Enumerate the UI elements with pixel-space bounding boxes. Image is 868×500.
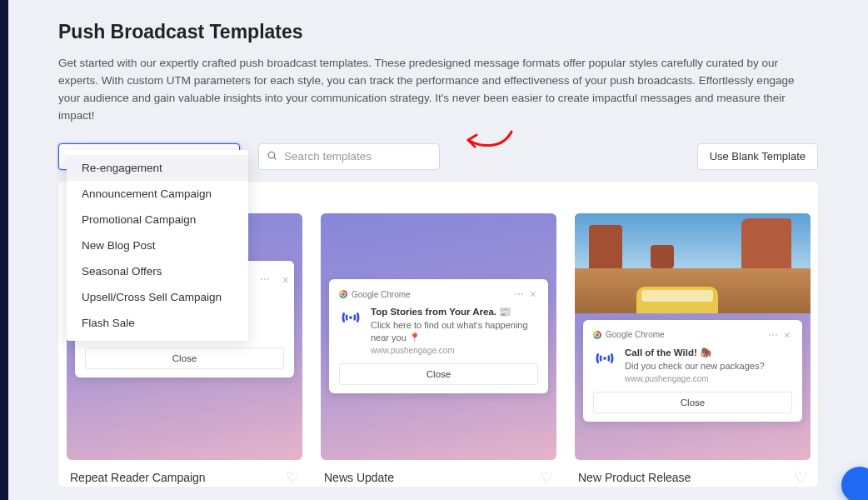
category-option[interactable]: New Blog Post <box>67 232 248 258</box>
notif-url: www.pushengage.com <box>371 346 538 355</box>
category-dropdown: Re-engagement Announcement Campaign Prom… <box>67 150 248 341</box>
search-icon <box>267 149 277 164</box>
category-option[interactable]: Announcement Campaign <box>67 181 248 207</box>
category-option[interactable]: Seasonal Offers <box>67 258 248 284</box>
more-icon[interactable]: ⋯ <box>511 288 528 300</box>
chrome-icon <box>339 290 347 298</box>
chrome-icon <box>593 331 601 339</box>
category-option[interactable]: Promotional Campaign <box>67 207 248 232</box>
template-title: Repeat Reader Campaign <box>70 471 206 484</box>
page-title: Push Broadcast Templates <box>58 21 818 43</box>
category-option[interactable]: Upsell/Cross Sell Campaign <box>67 284 248 310</box>
notification-preview: Google Chrome ⋯ × <box>329 279 548 393</box>
favorite-icon[interactable]: ♡ <box>286 468 299 487</box>
svg-point-2 <box>268 152 275 158</box>
notification-close-button[interactable]: Close <box>593 392 792 413</box>
more-icon[interactable]: ⋯ <box>765 329 782 341</box>
notif-url: www.pushengage.com <box>625 374 792 383</box>
notification-close-button[interactable]: Close <box>85 348 284 369</box>
notification-close-button[interactable]: Close <box>339 363 538 385</box>
app-sidebar-strip <box>0 0 8 500</box>
notif-title: Call of the Wild! 🦣 <box>625 347 792 358</box>
svg-point-4 <box>349 316 352 319</box>
favorite-icon[interactable]: ♡ <box>794 468 807 487</box>
use-blank-template-button[interactable]: Use Blank Template <box>697 143 818 170</box>
search-templates[interactable] <box>258 143 440 170</box>
category-option[interactable]: Re-engagement <box>67 155 248 181</box>
page-intro: Get started with our expertly crafted pu… <box>58 55 818 125</box>
template-hero-image <box>575 213 811 313</box>
template-card[interactable]: Google Chrome ⋯ × <box>575 213 811 460</box>
template-title: News Update <box>324 471 394 484</box>
broadcast-icon <box>593 347 616 383</box>
notif-desc: Click here to find out what's happening … <box>371 319 538 344</box>
broadcast-icon <box>339 306 362 355</box>
notif-source: Google Chrome <box>352 290 411 299</box>
svg-point-5 <box>603 357 606 360</box>
close-icon[interactable]: × <box>281 273 291 287</box>
favorite-icon[interactable]: ♡ <box>540 468 553 487</box>
search-input[interactable] <box>258 143 440 170</box>
template-title: New Product Release <box>578 471 691 484</box>
help-fab[interactable] <box>841 467 868 500</box>
template-card[interactable]: Google Chrome ⋯ × <box>321 213 556 460</box>
svg-line-3 <box>274 158 276 159</box>
notif-title: Top Stories from Your Area. 📰 <box>371 306 538 318</box>
notif-desc: Did you check our new packages? <box>625 360 792 372</box>
more-icon[interactable]: ⋯ <box>257 273 274 287</box>
category-option[interactable]: Flash Sale <box>67 310 248 336</box>
close-icon[interactable]: × <box>528 288 538 301</box>
notif-source: Google Chrome <box>606 330 665 339</box>
notification-preview: Google Chrome ⋯ × <box>583 320 802 422</box>
close-icon[interactable]: × <box>782 328 792 342</box>
